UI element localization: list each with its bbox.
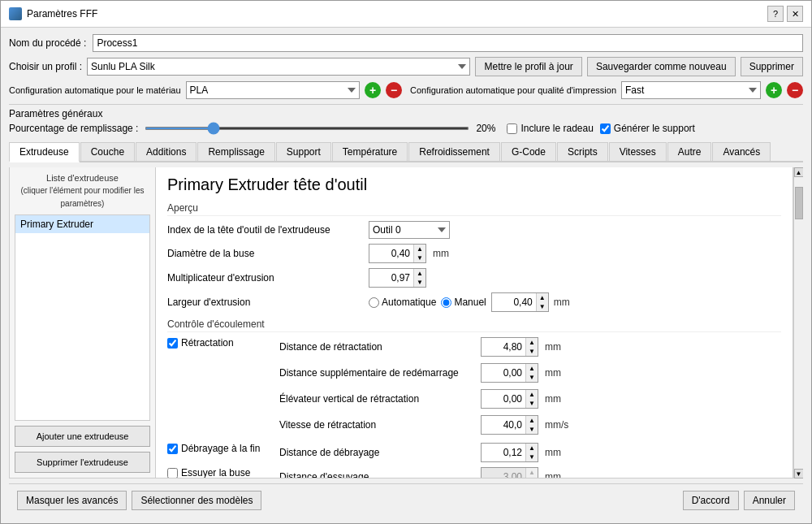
fill-slider[interactable] xyxy=(145,127,469,130)
bottom-bar: Masquer les avancés Sélectionner des mod… xyxy=(9,483,803,517)
content-area: Nom du procédé : Choisir un profil : Sun… xyxy=(1,28,811,523)
scrollbar[interactable]: ▲ ▼ xyxy=(793,167,803,479)
diametre-down[interactable]: ▼ xyxy=(414,253,425,262)
process-row: Nom du procédé : xyxy=(9,34,803,52)
quality-remove-button[interactable]: − xyxy=(787,82,803,98)
largeur-manuel-label: Manuel xyxy=(441,297,486,308)
material-config-select[interactable]: PLA xyxy=(186,81,360,99)
dist-supp-input[interactable] xyxy=(482,364,525,382)
index-select[interactable]: Outil 0 xyxy=(369,221,450,239)
dist-essuyage-unit: mm xyxy=(545,471,561,478)
tab-extrudeuse[interactable]: Extrudeuse xyxy=(9,142,80,162)
dist-supp-down[interactable]: ▼ xyxy=(526,373,538,382)
help-button[interactable]: ? xyxy=(767,6,784,22)
retractation-label: Rétractation xyxy=(181,337,234,349)
add-extruder-button[interactable]: Ajouter une extrudeuse xyxy=(15,426,150,447)
dist-retractation-input[interactable] xyxy=(482,338,525,356)
tab-remplissage[interactable]: Remplissage xyxy=(197,142,274,161)
selectionner-button[interactable]: Sélectionner des modèles xyxy=(132,491,261,510)
scroll-down-arrow[interactable]: ▼ xyxy=(794,469,804,479)
multi-spinners: ▲ ▼ xyxy=(413,269,425,287)
process-input[interactable] xyxy=(93,34,803,52)
dist-debrayage-unit: mm xyxy=(545,447,561,458)
title-bar-left: Paramètres FFF xyxy=(9,7,97,20)
dist-retractation-up[interactable]: ▲ xyxy=(526,338,538,347)
tab-autre[interactable]: Autre xyxy=(667,142,712,161)
diametre-up[interactable]: ▲ xyxy=(414,245,425,253)
quality-config-select[interactable]: Fast xyxy=(621,81,761,99)
support-checkbox[interactable] xyxy=(600,123,611,134)
radeau-label: Inclure le radeau xyxy=(520,123,593,134)
quality-add-button[interactable]: + xyxy=(766,82,782,98)
tab-additions[interactable]: Additions xyxy=(136,142,197,161)
vitesse-retractation-down[interactable]: ▼ xyxy=(526,425,538,434)
scroll-up-arrow[interactable]: ▲ xyxy=(794,167,804,177)
diametre-unit: mm xyxy=(433,248,449,259)
tab-couche[interactable]: Couche xyxy=(80,142,135,161)
tab-vitesses[interactable]: Vitesses xyxy=(609,142,667,161)
tab-refroidissement[interactable]: Refroidissement xyxy=(408,142,500,161)
material-add-button[interactable]: + xyxy=(365,82,381,98)
extruder-panel: Liste d'extrudeuse (cliquer l'élément po… xyxy=(10,167,156,478)
largeur-down[interactable]: ▼ xyxy=(537,302,548,311)
vitesse-retractation-up[interactable]: ▲ xyxy=(526,416,538,425)
delete-button[interactable]: Supprimer xyxy=(741,57,803,76)
tab-temperature[interactable]: Température xyxy=(332,142,408,161)
update-profile-button[interactable]: Mettre le profil à jour xyxy=(475,57,581,76)
retractation-row: Rétractation Distance de rétractation ▲ … xyxy=(167,337,781,438)
dist-debrayage-input[interactable] xyxy=(482,444,525,461)
dist-supp-row: Distance supplémentaire de redémarrage ▲… xyxy=(279,363,781,383)
essuyage-checkbox[interactable] xyxy=(167,468,178,479)
remove-extruder-button[interactable]: Supprimer l'extrudeuse xyxy=(15,452,150,473)
dist-debrayage-up[interactable]: ▲ xyxy=(526,444,538,453)
elevateur-unit: mm xyxy=(545,393,561,405)
accord-button[interactable]: D'accord xyxy=(683,491,739,510)
general-params-section: Paramètres généraux Pourcentage de rempl… xyxy=(9,104,803,134)
dist-debrayage-group: ▲ ▼ xyxy=(481,443,538,462)
multi-up[interactable]: ▲ xyxy=(414,269,425,278)
largeur-label: Largeur d'extrusion xyxy=(167,297,362,308)
extruder-list: Primary Extruder xyxy=(15,214,150,421)
elevateur-row: Élévateur vertical de rétractation ▲ ▼ m… xyxy=(279,389,781,409)
profile-select[interactable]: Sunlu PLA Silk xyxy=(87,58,470,76)
elevateur-input[interactable] xyxy=(482,390,525,408)
annuler-button[interactable]: Annuler xyxy=(744,491,795,510)
tab-support[interactable]: Support xyxy=(276,142,331,161)
close-button[interactable]: ✕ xyxy=(787,6,803,22)
tab-scripts[interactable]: Scripts xyxy=(557,142,608,161)
masquer-button[interactable]: Masquer les avancés xyxy=(17,491,127,510)
largeur-manuel-radio[interactable] xyxy=(441,297,451,308)
vitesse-retractation-row: Vitesse de rétractation ▲ ▼ mm/s xyxy=(279,415,781,435)
dist-essuyage-group: ▲ ▼ xyxy=(481,467,538,478)
tab-avances[interactable]: Avancés xyxy=(712,142,771,161)
multi-down[interactable]: ▼ xyxy=(414,278,425,287)
multi-input[interactable] xyxy=(369,269,413,287)
vitesse-retractation-input[interactable] xyxy=(482,416,525,434)
multi-label: Multiplicateur d'extrusion xyxy=(167,272,362,284)
debrayage-row: Débrayage à la fin Distance de débrayage… xyxy=(167,443,781,462)
save-new-button[interactable]: Sauvegarder comme nouveau xyxy=(587,57,736,76)
vitesse-retractation-label: Vitesse de rétractation xyxy=(279,419,474,431)
title-bar: Paramètres FFF ? ✕ xyxy=(1,1,811,28)
bottom-left: Masquer les avancés Sélectionner des mod… xyxy=(17,491,261,510)
largeur-auto-radio[interactable] xyxy=(369,297,379,308)
elevateur-down[interactable]: ▼ xyxy=(526,399,538,408)
debrayage-checkbox[interactable] xyxy=(167,444,178,454)
diametre-input[interactable] xyxy=(369,245,413,262)
largeur-input[interactable] xyxy=(492,293,536,311)
elevateur-up[interactable]: ▲ xyxy=(526,390,538,399)
settings-panel: Primary Extruder tête d'outil Aperçu Ind… xyxy=(156,167,793,478)
material-remove-button[interactable]: − xyxy=(386,82,402,98)
retractation-checkbox[interactable] xyxy=(167,338,178,349)
extruder-item[interactable]: Primary Extruder xyxy=(15,215,149,233)
radeau-checkbox[interactable] xyxy=(507,123,517,134)
general-params-title: Paramètres généraux xyxy=(9,108,803,119)
debrayage-label: Débrayage à la fin xyxy=(181,443,260,454)
tab-content-area: Liste d'extrudeuse (cliquer l'élément po… xyxy=(9,167,803,479)
scrollbar-thumb[interactable] xyxy=(795,187,803,219)
dist-supp-up[interactable]: ▲ xyxy=(526,364,538,373)
dist-debrayage-down[interactable]: ▼ xyxy=(526,453,538,461)
largeur-up[interactable]: ▲ xyxy=(537,293,548,302)
dist-retractation-down[interactable]: ▼ xyxy=(526,347,538,356)
tab-gcode[interactable]: G-Code xyxy=(501,142,556,161)
